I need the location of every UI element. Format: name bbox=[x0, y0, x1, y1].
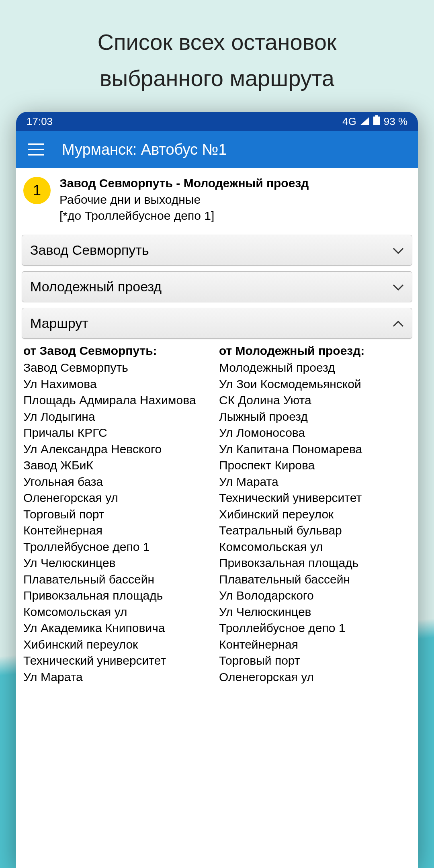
stops-forward-header: от Завод Севморпуть: bbox=[23, 343, 215, 359]
stop-item[interactable]: Ул Зои Космодемьянской bbox=[219, 376, 411, 393]
stop-item[interactable]: Комсомольская ул bbox=[219, 539, 411, 555]
stop-item[interactable]: Ул Академика Книповича bbox=[23, 620, 215, 637]
stop-item[interactable]: Ул Володарского bbox=[219, 588, 411, 604]
stop-item[interactable]: Хибинский переулок bbox=[23, 637, 215, 653]
app-bar: Мурманск: Автобус №1 bbox=[16, 131, 418, 168]
chevron-up-icon bbox=[393, 316, 404, 330]
from-stop-label: Завод Севморпуть bbox=[30, 242, 149, 258]
stop-item[interactable]: Контейнерная bbox=[219, 637, 411, 653]
route-header: 1 Завод Севморпуть - Молодежный проезд Р… bbox=[16, 168, 418, 229]
stop-item[interactable]: Ул Лодыгина bbox=[23, 409, 215, 425]
stop-item[interactable]: Проспект Кирова bbox=[219, 457, 411, 474]
stops-list: от Завод Севморпуть: Завод СевморпутьУл … bbox=[16, 341, 418, 686]
svg-rect-0 bbox=[375, 115, 378, 117]
stop-item[interactable]: Привокзальная площадь bbox=[219, 555, 411, 571]
stop-item[interactable]: Завод ЖБиК bbox=[23, 457, 215, 474]
stop-item[interactable]: Оленегорская ул bbox=[219, 669, 411, 686]
stop-item[interactable]: Привокзальная площадь bbox=[23, 588, 215, 604]
stop-item[interactable]: Торговый порт bbox=[219, 653, 411, 669]
stop-item[interactable]: Ул Капитана Пономарева bbox=[219, 441, 411, 458]
battery-icon bbox=[373, 115, 380, 128]
stop-item[interactable]: Контейнерная bbox=[23, 522, 215, 539]
stop-item[interactable]: Ул Нахимова bbox=[23, 376, 215, 393]
status-network: 4G bbox=[342, 115, 356, 128]
promo-title: Список всех остановок выбранного маршрут… bbox=[0, 0, 434, 112]
chevron-down-icon bbox=[393, 243, 404, 257]
route-schedule: Рабочие дни и выходные bbox=[59, 192, 309, 208]
status-time: 17:03 bbox=[27, 115, 53, 128]
stop-item[interactable]: Хибинский переулок bbox=[219, 506, 411, 523]
route-note: [*до Троллейбусное депо 1] bbox=[59, 208, 309, 224]
stop-item[interactable]: Площадь Адмирала Нахимова bbox=[23, 392, 215, 409]
stop-item[interactable]: Ул Марата bbox=[23, 669, 215, 686]
stop-item[interactable]: Лыжный проезд bbox=[219, 409, 411, 425]
stop-item[interactable]: Плавательный бассейн bbox=[23, 571, 215, 588]
signal-icon bbox=[360, 115, 369, 128]
stop-item[interactable]: Ул Александра Невского bbox=[23, 441, 215, 458]
to-stop-label: Молодежный проезд bbox=[30, 279, 162, 295]
status-battery: 93 % bbox=[384, 115, 407, 128]
stop-item[interactable]: Ул Марата bbox=[219, 474, 411, 490]
phone-frame: 17:03 4G 93 % Мурманск: Автобус №1 1 Зав… bbox=[16, 112, 418, 868]
stop-item[interactable]: Ул Челюскинцев bbox=[23, 555, 215, 571]
appbar-title: Мурманск: Автобус №1 bbox=[62, 141, 227, 158]
stop-item[interactable]: Плавательный бассейн bbox=[219, 571, 411, 588]
route-number-badge: 1 bbox=[23, 177, 51, 204]
stop-item[interactable]: Технический университет bbox=[23, 653, 215, 669]
stop-item[interactable]: Комсомольская ул bbox=[23, 604, 215, 620]
stops-column-forward: от Завод Севморпуть: Завод СевморпутьУл … bbox=[23, 343, 215, 686]
stops-column-reverse: от Молодежный проезд: Молодежный проездУ… bbox=[219, 343, 411, 686]
stop-item[interactable]: Оленегорская ул bbox=[23, 490, 215, 506]
stop-item[interactable]: Троллейбусное депо 1 bbox=[219, 620, 411, 637]
stop-item[interactable]: Ул Ломоносова bbox=[219, 425, 411, 441]
stop-item[interactable]: Ул Челюскинцев bbox=[219, 604, 411, 620]
stop-item[interactable]: Технический университет bbox=[219, 490, 411, 506]
stop-item[interactable]: Театральный бульвар bbox=[219, 522, 411, 539]
stop-item[interactable]: СК Долина Уюта bbox=[219, 392, 411, 409]
status-bar: 17:03 4G 93 % bbox=[16, 112, 418, 131]
to-stop-dropdown[interactable]: Молодежный проезд bbox=[22, 271, 412, 302]
stops-reverse-header: от Молодежный проезд: bbox=[219, 343, 411, 359]
route-expander[interactable]: Маршрут bbox=[22, 308, 412, 339]
stop-item[interactable]: Троллейбусное депо 1 bbox=[23, 539, 215, 555]
svg-rect-1 bbox=[373, 117, 380, 125]
from-stop-dropdown[interactable]: Завод Севморпуть bbox=[22, 235, 412, 266]
route-name: Завод Севморпуть - Молодежный проезд bbox=[59, 175, 309, 192]
stop-item[interactable]: Угольная база bbox=[23, 474, 215, 490]
stop-item[interactable]: Молодежный проезд bbox=[219, 360, 411, 376]
route-expander-label: Маршрут bbox=[30, 315, 88, 331]
menu-icon[interactable] bbox=[28, 143, 44, 156]
chevron-down-icon bbox=[393, 280, 404, 293]
stop-item[interactable]: Причалы КРГС bbox=[23, 425, 215, 441]
stop-item[interactable]: Торговый порт bbox=[23, 506, 215, 523]
stop-item[interactable]: Завод Севморпуть bbox=[23, 360, 215, 376]
